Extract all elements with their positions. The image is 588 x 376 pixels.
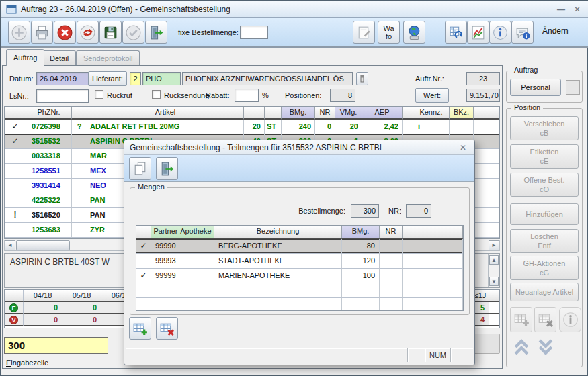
info-button[interactable] bbox=[489, 21, 511, 44]
minimize-button[interactable]: — bbox=[555, 5, 567, 15]
partner-row[interactable]: 99993STADT-APOTHEKE120 bbox=[136, 254, 463, 269]
scroll-right-arrow[interactable]: ► bbox=[489, 240, 499, 250]
tab-auftrag[interactable]: Auftrag bbox=[6, 49, 44, 66]
scroll-thumb[interactable] bbox=[16, 240, 70, 250]
teilmengen-dialog: Gemeinschaftsbestellung - Teilmengen für… bbox=[124, 140, 475, 365]
ruecksendung-checkbox[interactable] bbox=[152, 90, 161, 99]
lieferant-code-input[interactable] bbox=[142, 72, 181, 85]
stats-month-header: 05/18 bbox=[62, 290, 101, 302]
sidebar-table-add-button[interactable] bbox=[510, 307, 532, 332]
rabatt-input[interactable] bbox=[235, 89, 259, 102]
save-button[interactable] bbox=[99, 21, 122, 44]
tab-sendeprotokoll[interactable]: Sendeprotokoll bbox=[76, 50, 140, 66]
cell-name bbox=[214, 298, 342, 311]
chevron-double-up-icon bbox=[511, 337, 532, 357]
gh-aktionen-button[interactable]: GH-AktionencG bbox=[510, 256, 579, 280]
header-cell: NR bbox=[315, 107, 335, 120]
aendern-label: Ändern bbox=[542, 26, 569, 36]
sidebar-table-delete-button[interactable] bbox=[534, 307, 556, 332]
entry-line-input[interactable] bbox=[4, 337, 108, 354]
tab-detail[interactable]: Detail bbox=[42, 50, 76, 66]
chart-button[interactable] bbox=[467, 21, 489, 44]
datum-input[interactable] bbox=[36, 72, 89, 85]
cell-nr: 0 bbox=[315, 120, 335, 134]
delete-button[interactable] bbox=[54, 21, 76, 44]
cell-sel bbox=[5, 179, 26, 193]
empty-row bbox=[136, 283, 463, 298]
fixe-bestellmenge-input[interactable] bbox=[240, 26, 268, 39]
etiketten-button[interactable]: EtikettencE bbox=[510, 144, 579, 169]
cell-sel: ✓ bbox=[5, 120, 26, 134]
header-cell: Bezeichnung bbox=[214, 226, 342, 239]
close-button[interactable]: ✕ bbox=[571, 5, 583, 15]
cell-phznr bbox=[26, 238, 72, 239]
sidebar-info-button[interactable] bbox=[559, 307, 581, 332]
scroll-down-arrow[interactable]: ▼ bbox=[489, 277, 499, 286]
wert-button[interactable]: Wert: bbox=[415, 88, 449, 103]
notes-button[interactable] bbox=[353, 21, 375, 44]
lieferant-nr-input[interactable] bbox=[130, 72, 141, 85]
undo-button[interactable] bbox=[77, 21, 99, 44]
cell-phznr: 4225322 bbox=[26, 193, 72, 208]
add-button[interactable] bbox=[8, 21, 30, 44]
cell-phznr: 0033318 bbox=[26, 149, 72, 164]
dialog-delete-row-button[interactable] bbox=[156, 317, 178, 340]
hinzufuegen-button[interactable]: Hinzufügen bbox=[510, 203, 579, 225]
stats-month-header: 04/18 bbox=[24, 290, 62, 302]
loeschen-button[interactable]: LöschenEntf bbox=[510, 229, 579, 253]
lsnr-input[interactable] bbox=[36, 89, 89, 103]
exit-button[interactable] bbox=[145, 21, 167, 44]
cell-bmg: 100 bbox=[342, 269, 380, 283]
cell-name: STADT-APOTHEKE bbox=[214, 254, 342, 269]
refresh-table-button[interactable] bbox=[445, 21, 467, 44]
scroll-up-arrow[interactable]: ▲ bbox=[489, 255, 499, 265]
copy-icon bbox=[132, 160, 149, 177]
positionen-label: Positionen: bbox=[285, 91, 321, 99]
header-cell: Partner-Apotheke bbox=[151, 226, 214, 239]
header-cell: BKz. bbox=[450, 107, 474, 120]
partner-row[interactable]: ✓99990BERG-APOTHEKE80 bbox=[136, 239, 463, 254]
cell-rest bbox=[474, 179, 499, 193]
cell-rest bbox=[474, 193, 499, 208]
move-down-button[interactable] bbox=[534, 335, 557, 359]
dialog-close-button[interactable]: ✕ bbox=[457, 142, 469, 152]
speech-info-icon bbox=[514, 24, 531, 41]
supplier-info-button[interactable] bbox=[356, 72, 368, 85]
article-row[interactable]: ✓0726398?ADALAT RET FTBL 20MG20ST2400202… bbox=[5, 120, 499, 134]
neuanlage-artikel-button[interactable]: Neuanlage Artikel bbox=[510, 283, 579, 301]
offene-best-button[interactable]: Offene Best.cO bbox=[510, 173, 579, 197]
header-cell bbox=[244, 107, 265, 120]
cell-phznr: 0726398 bbox=[26, 120, 72, 134]
confirm-button[interactable] bbox=[122, 21, 144, 44]
grid-refresh-icon bbox=[448, 24, 464, 41]
dialog-exit-button[interactable] bbox=[156, 157, 178, 180]
online-button[interactable] bbox=[403, 21, 425, 44]
auftrag-group-label: Auftrag bbox=[511, 66, 540, 74]
partner-row[interactable]: ✓99999MARIEN-APOTHEKE100 bbox=[136, 269, 463, 283]
cell-sel bbox=[5, 164, 26, 179]
cell-flag bbox=[72, 208, 87, 223]
header-cell: NR bbox=[380, 226, 403, 239]
move-up-button[interactable] bbox=[510, 335, 533, 359]
verschieben-button[interactable]: VerschiebencB bbox=[510, 116, 579, 140]
lieferant-button[interactable]: Lieferant: bbox=[88, 71, 127, 86]
dialog-copy-button[interactable] bbox=[129, 157, 151, 180]
dialog-statusbar: NUM bbox=[126, 348, 473, 362]
cell-nrv bbox=[380, 239, 403, 254]
personal-button[interactable]: Personal bbox=[510, 79, 561, 96]
print-button[interactable] bbox=[31, 21, 53, 44]
message-info-button[interactable] bbox=[511, 21, 534, 44]
header-cell bbox=[5, 107, 26, 120]
info-vscrollbar[interactable]: ▲ ▼ bbox=[488, 254, 499, 287]
save-icon bbox=[102, 24, 119, 41]
cell-bkz bbox=[450, 120, 474, 134]
scroll-left-arrow[interactable]: ◄ bbox=[5, 240, 15, 250]
dialog-add-row-button[interactable] bbox=[129, 317, 151, 340]
wafo-button[interactable]: Wa fo bbox=[378, 21, 400, 44]
wafo-label-2: fo bbox=[386, 32, 392, 40]
cell-extra bbox=[403, 239, 463, 254]
delete-icon bbox=[56, 24, 73, 41]
supplier-info-icon bbox=[359, 74, 366, 83]
rueckruf-checkbox[interactable] bbox=[95, 90, 103, 99]
outgoing-icon: V bbox=[5, 314, 24, 326]
